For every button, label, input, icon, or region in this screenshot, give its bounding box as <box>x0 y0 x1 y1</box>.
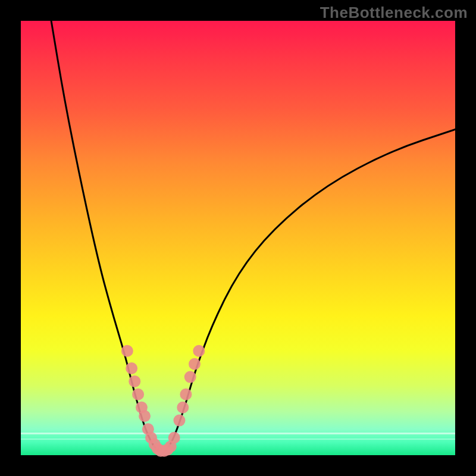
chart-frame: TheBottleneck.com <box>0 0 476 476</box>
data-marker <box>168 432 180 444</box>
data-marker <box>173 415 185 427</box>
data-marker <box>121 345 133 357</box>
chart-svg <box>21 21 455 455</box>
data-marker <box>177 402 189 414</box>
data-marker <box>193 345 205 357</box>
data-marker <box>184 371 196 383</box>
plot-area <box>21 21 455 455</box>
data-marker <box>129 375 140 387</box>
curve-right <box>164 130 455 452</box>
data-marker <box>180 389 192 400</box>
brand-watermark: TheBottleneck.com <box>320 4 468 22</box>
data-marker <box>132 389 144 400</box>
data-marker <box>126 362 137 374</box>
data-marker <box>189 358 201 370</box>
data-marker <box>139 410 151 422</box>
curve-left <box>51 21 160 452</box>
marker-group <box>121 345 205 457</box>
